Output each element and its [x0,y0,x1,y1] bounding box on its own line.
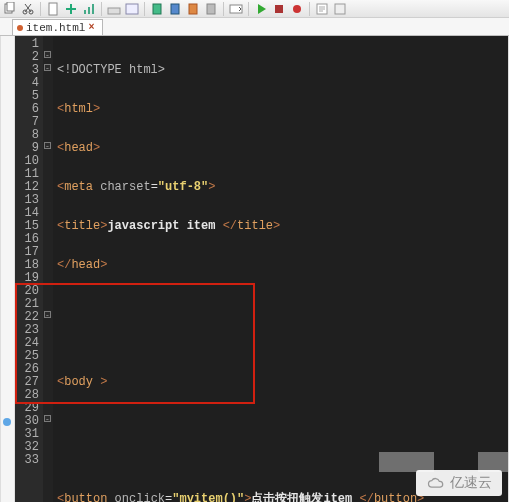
code-token: <!DOCTYPE html> [57,63,165,77]
close-tab-icon[interactable]: × [88,24,96,32]
svg-rect-1 [7,2,14,11]
stop-icon[interactable] [271,1,287,17]
group1-icon[interactable] [106,1,122,17]
svg-rect-12 [189,4,197,14]
line-number: 33 [15,454,43,467]
image-artifact [379,452,434,472]
fold-toggle-icon[interactable]: - [44,415,51,422]
svg-rect-15 [275,5,283,13]
file-tab-bar: item.html × [0,18,509,36]
play-icon[interactable] [253,1,269,17]
record-icon[interactable] [289,1,305,17]
svg-rect-4 [49,3,57,15]
line-number-gutter: 1234567891011121314151617181920212223242… [15,36,43,502]
fold-toggle-icon[interactable]: - [44,51,51,58]
svg-rect-9 [126,4,138,14]
scissors-icon[interactable] [20,1,36,17]
book-blue-icon[interactable] [167,1,183,17]
fold-toggle-icon[interactable]: - [44,311,51,318]
svg-rect-11 [171,4,179,14]
file-tab-label: item.html [26,22,85,34]
fold-toggle-icon[interactable]: - [44,142,51,149]
watermark: 亿速云 [416,470,502,496]
book-orange-icon[interactable] [185,1,201,17]
file-tab-item-html[interactable]: item.html × [12,19,103,35]
svg-point-16 [293,5,301,13]
fold-strip[interactable]: - - - - - [43,36,53,502]
note-icon[interactable] [314,1,330,17]
cloud-icon [426,476,446,490]
code-editor[interactable]: 1234567891011121314151617181920212223242… [0,36,509,502]
watermark-text: 亿速云 [450,474,492,492]
dropdown-icon[interactable] [228,1,244,17]
book-green-icon[interactable] [149,1,165,17]
plus-icon[interactable] [63,1,79,17]
book-gray-icon[interactable] [203,1,219,17]
file-modified-dot-icon [17,25,23,31]
chart-icon[interactable] [81,1,97,17]
svg-rect-5 [84,10,86,14]
breakpoint-marker[interactable] [3,418,11,426]
svg-rect-10 [153,4,161,14]
image-artifact [478,452,508,472]
app-toolbar [0,0,509,18]
breakpoint-margin[interactable] [1,36,15,502]
svg-rect-13 [207,4,215,14]
file-icon[interactable] [45,1,61,17]
svg-rect-6 [88,7,90,14]
svg-rect-8 [108,8,120,14]
code-area[interactable]: <!DOCTYPE html> <html> <head> <meta char… [53,36,508,502]
fold-toggle-icon[interactable]: - [44,64,51,71]
group2-icon[interactable] [124,1,140,17]
svg-rect-7 [92,4,94,14]
svg-rect-18 [335,4,345,14]
tag-icon[interactable] [332,1,348,17]
copy-icon[interactable] [2,1,18,17]
svg-rect-14 [230,5,242,13]
